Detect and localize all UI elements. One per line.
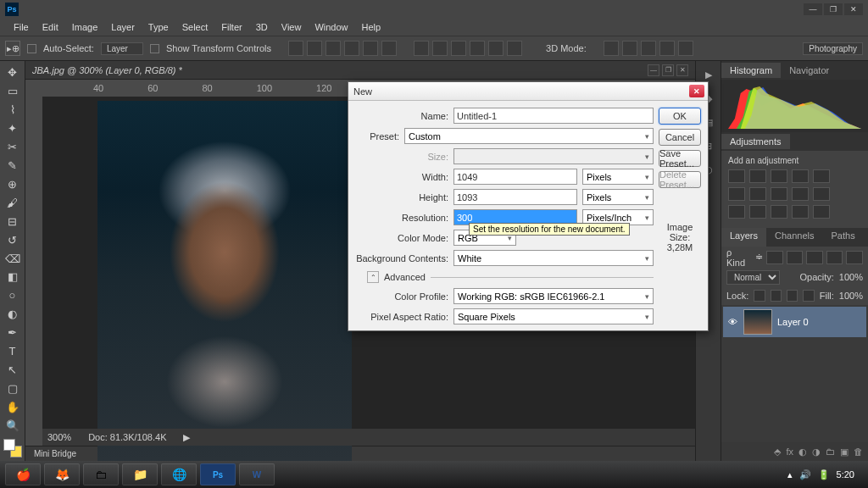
- window-close-button[interactable]: ✕: [844, 3, 863, 15]
- 3d-icon[interactable]: [678, 41, 693, 56]
- menu-file[interactable]: File: [7, 20, 36, 34]
- tray-icon[interactable]: 🔋: [818, 469, 830, 480]
- path-tool[interactable]: ↖: [3, 362, 23, 379]
- posterize-icon[interactable]: [749, 205, 766, 219]
- taskbar-word[interactable]: W: [239, 463, 275, 485]
- width-input[interactable]: [453, 169, 577, 185]
- menu-help[interactable]: Help: [355, 20, 388, 34]
- menu-select[interactable]: Select: [175, 20, 215, 34]
- tab-navigator[interactable]: Navigator: [781, 63, 837, 78]
- gradient-tool[interactable]: ◧: [3, 269, 23, 286]
- lock-trans-icon[interactable]: [754, 290, 765, 302]
- tab-layers[interactable]: Layers: [721, 228, 766, 247]
- hue-icon[interactable]: [728, 187, 745, 201]
- align-icon[interactable]: [288, 41, 303, 56]
- 3d-icon[interactable]: [622, 41, 637, 56]
- advanced-toggle[interactable]: ⌃: [367, 271, 379, 283]
- text-tool[interactable]: T: [3, 343, 23, 360]
- zoom-tool[interactable]: 🔍: [3, 417, 23, 434]
- doc-restore-icon[interactable]: ❐: [662, 64, 674, 76]
- channel-mixer-icon[interactable]: [792, 187, 809, 201]
- tab-paths[interactable]: Paths: [823, 228, 864, 247]
- lock-pos-icon[interactable]: [787, 290, 798, 302]
- align-icon[interactable]: [307, 41, 322, 56]
- menu-3d[interactable]: 3D: [249, 20, 275, 34]
- distribute-icon[interactable]: [470, 41, 485, 56]
- menu-filter[interactable]: Filter: [214, 20, 248, 34]
- menu-edit[interactable]: Edit: [36, 20, 65, 34]
- stamp-tool[interactable]: ⊟: [3, 213, 23, 230]
- layer-mask-icon[interactable]: ◐: [798, 446, 807, 458]
- brush-tool[interactable]: 🖌: [3, 194, 23, 211]
- move-tool[interactable]: ✥: [3, 64, 23, 81]
- window-minimize-button[interactable]: —: [804, 3, 822, 15]
- tray-time[interactable]: 5:20: [837, 469, 854, 480]
- wand-tool[interactable]: ✦: [3, 120, 23, 137]
- blend-mode-dropdown[interactable]: Normal: [726, 270, 780, 285]
- align-icon[interactable]: [363, 41, 378, 56]
- align-icon[interactable]: [326, 41, 341, 56]
- tray-icon[interactable]: ▴: [787, 469, 793, 480]
- history-brush-tool[interactable]: ↺: [3, 231, 23, 248]
- vibrance-icon[interactable]: [813, 169, 830, 183]
- link-layers-icon[interactable]: ⬘: [774, 446, 781, 458]
- eraser-tool[interactable]: ⌫: [3, 250, 23, 267]
- layer-thumbnail[interactable]: [743, 309, 772, 335]
- levels-icon[interactable]: [749, 169, 766, 183]
- exposure-icon[interactable]: [792, 169, 809, 183]
- filter-pixel-icon[interactable]: [766, 251, 783, 264]
- layer-name[interactable]: Layer 0: [777, 317, 809, 327]
- group-icon[interactable]: 🗀: [826, 446, 835, 457]
- adj-layer-icon[interactable]: ◑: [812, 446, 821, 458]
- photo-filter-icon[interactable]: [771, 187, 787, 201]
- gradient-map-icon[interactable]: [792, 205, 809, 219]
- distribute-icon[interactable]: [488, 41, 504, 56]
- height-input[interactable]: [453, 189, 577, 205]
- threshold-icon[interactable]: [771, 205, 787, 219]
- zoom-level[interactable]: 300%: [47, 432, 71, 442]
- move-tool-preset-icon[interactable]: ▸⊕: [5, 41, 20, 56]
- taskbar-firefox[interactable]: 🦊: [44, 463, 80, 485]
- 3d-icon[interactable]: [604, 41, 619, 56]
- tab-adjustments[interactable]: Adjustments: [721, 134, 790, 149]
- opacity-value[interactable]: 100%: [839, 272, 863, 282]
- lock-pixel-icon[interactable]: [771, 290, 782, 302]
- doc-close-icon[interactable]: ✕: [676, 64, 688, 76]
- dodge-tool[interactable]: ◐: [3, 306, 23, 323]
- show-transform-checkbox[interactable]: [150, 44, 159, 53]
- eyedropper-tool[interactable]: ✎: [3, 158, 23, 175]
- taskbar-explorer[interactable]: 🗀: [83, 463, 119, 485]
- doc-minimize-icon[interactable]: —: [648, 64, 659, 76]
- expand-panels-icon[interactable]: ▶: [700, 66, 717, 83]
- hand-tool[interactable]: ✋: [3, 398, 23, 415]
- distribute-icon[interactable]: [414, 41, 429, 56]
- bg-contents-dropdown[interactable]: White: [453, 250, 654, 266]
- document-tab[interactable]: JBA.jpg @ 300% (Layer 0, RGB/8) * — ❐ ✕: [25, 61, 695, 80]
- layer-kind-filter[interactable]: ρ Kind: [726, 247, 752, 268]
- visibility-icon[interactable]: 👁: [726, 316, 738, 328]
- 3d-icon[interactable]: [659, 41, 675, 56]
- window-restore-button[interactable]: ❐: [824, 3, 843, 15]
- delete-layer-icon[interactable]: 🗑: [854, 446, 863, 457]
- tray-icon[interactable]: 🔊: [799, 469, 811, 480]
- taskbar-photoshop[interactable]: Ps: [200, 463, 236, 485]
- ok-button[interactable]: OK: [659, 108, 701, 125]
- menu-image[interactable]: Image: [65, 20, 105, 34]
- lasso-tool[interactable]: ⌇: [3, 102, 23, 119]
- dialog-titlebar[interactable]: New ✕: [348, 82, 708, 101]
- crop-tool[interactable]: ✂: [3, 139, 23, 156]
- menu-type[interactable]: Type: [142, 20, 175, 34]
- cancel-button[interactable]: Cancel: [659, 129, 701, 146]
- lock-all-icon[interactable]: [803, 290, 814, 302]
- workspace-dropdown[interactable]: Photography: [803, 42, 863, 55]
- curves-icon[interactable]: [771, 169, 787, 183]
- new-layer-icon[interactable]: ▣: [840, 446, 849, 458]
- tab-histogram[interactable]: Histogram: [721, 63, 781, 78]
- filter-shape-icon[interactable]: [826, 251, 843, 264]
- blur-tool[interactable]: ○: [3, 287, 23, 304]
- name-input[interactable]: [453, 108, 654, 124]
- width-unit-dropdown[interactable]: Pixels: [582, 169, 654, 185]
- menu-window[interactable]: Window: [308, 20, 354, 34]
- color-profile-dropdown[interactable]: Working RGB: sRGB IEC61966-2.1: [453, 288, 654, 304]
- dialog-close-button[interactable]: ✕: [689, 85, 704, 97]
